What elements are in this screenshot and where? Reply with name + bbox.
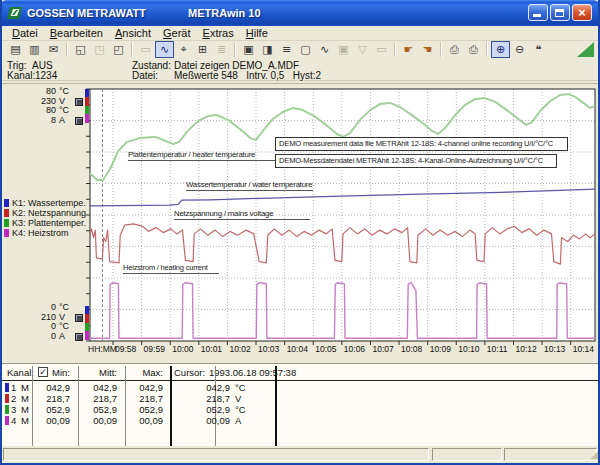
live-wave-button[interactable]: ∿ xyxy=(315,41,334,58)
channel-swatch xyxy=(5,383,9,392)
legend-label: K4: Heizstrom xyxy=(12,228,69,238)
x-tick-label: 09:58 xyxy=(115,344,136,354)
legend-swatch xyxy=(4,199,9,207)
stop-recording-button[interactable]: ☚ xyxy=(418,41,437,58)
channel-mode: M xyxy=(21,404,29,415)
device-monitor-button[interactable]: ▢ xyxy=(296,41,315,58)
window-layout-1-button[interactable]: ◱ xyxy=(71,41,90,58)
title-bar[interactable]: GOSSEN METRAWATT METRAwin 10 × xyxy=(0,0,600,26)
unit-label: A xyxy=(235,415,257,426)
chart-plot[interactable] xyxy=(2,84,598,361)
menu-extras[interactable]: Extras xyxy=(197,27,240,39)
start-recording-button[interactable]: ☛ xyxy=(399,41,418,58)
annotation-k2: Netzspannung / mains voltage xyxy=(174,209,310,220)
device-read-button[interactable]: ▣ xyxy=(239,41,258,58)
table-header-mitt[interactable]: Mitt: xyxy=(81,366,117,379)
device-list-button[interactable]: ≡ xyxy=(277,41,296,58)
datei-label: Datei: xyxy=(132,70,158,81)
status-segment-main xyxy=(3,448,429,461)
toolbar-separator xyxy=(66,42,68,57)
x-tick-label: 10:08 xyxy=(401,344,422,354)
window-title-app: METRAwin 10 xyxy=(188,7,261,19)
table-header-cursor-label: Cursor: xyxy=(174,366,205,379)
annotation-box-de: DEMO-Messdatendatei METRAhit 12-18S: 4-K… xyxy=(275,154,557,168)
unit-label: °C xyxy=(235,382,257,393)
record-save-button: ▭ xyxy=(372,41,391,58)
toolbar-separator xyxy=(440,42,442,57)
scale-indicator-icon[interactable] xyxy=(75,98,83,106)
chart-panel: 80°C230V80°C8A 0°C210V0°C0A K1: Wasserte… xyxy=(2,83,598,360)
table-row-channel-2: 2M218,7218,7218,7218,7V xyxy=(2,393,598,404)
scale-indicator-icon[interactable] xyxy=(75,314,83,322)
annotation-box-en: DEMO measurement data file METRAhit 12-1… xyxy=(275,137,568,151)
y-axis-value: 8 xyxy=(24,116,56,126)
record-stop-button: ▽ xyxy=(353,41,372,58)
print-button[interactable]: ⎙ xyxy=(445,41,464,58)
max-value: 042,9 xyxy=(128,382,163,393)
print-preview-button[interactable]: ⎙ xyxy=(464,41,483,58)
x-tick-label: 10:03 xyxy=(258,344,279,354)
maximize-button[interactable] xyxy=(550,4,570,21)
view-yt-chart-button[interactable]: ∿ xyxy=(155,41,174,58)
menu-gerät[interactable]: Gerät xyxy=(157,27,197,39)
channel-color-segment xyxy=(85,331,89,339)
menu-hilfe[interactable]: Hilfe xyxy=(240,27,274,39)
device-offline-button: ▣ xyxy=(334,41,353,58)
y-axis-unit: A xyxy=(59,116,75,126)
table-header-divider xyxy=(2,380,598,381)
zoom-in-button[interactable]: ⊕ xyxy=(491,41,510,58)
minimize-button[interactable] xyxy=(528,4,548,21)
y-axis-row: 0A xyxy=(24,332,86,342)
x-tick-label: 10:04 xyxy=(287,344,308,354)
file-export-button[interactable]: ✉ xyxy=(44,41,63,58)
file-new-button[interactable]: ▥ xyxy=(25,41,44,58)
comment-button[interactable]: ❝ xyxy=(529,41,548,58)
x-axis-labels: HH:MM 09:5809:5910:0010:0110:0210:0310:0… xyxy=(2,344,598,356)
channel-mode: M xyxy=(21,393,29,404)
menu-datei[interactable]: Datei xyxy=(6,27,44,39)
x-tick-label: 10:00 xyxy=(172,344,193,354)
app-window: GOSSEN METRAWATT METRAwin 10 × DateiBear… xyxy=(0,0,600,465)
zoom-mode-button[interactable]: ⊖ xyxy=(510,41,529,58)
channel-mode: M xyxy=(21,415,29,426)
device-read-memory-button[interactable]: ◨ xyxy=(258,41,277,58)
y-axis-value: 0 xyxy=(24,332,56,342)
x-tick-label: 10:06 xyxy=(344,344,365,354)
maximize-icon xyxy=(555,9,564,17)
channel-color-segment xyxy=(85,314,89,322)
cursor-value: 042,9 xyxy=(172,382,230,393)
channel-number: 3 xyxy=(11,404,16,415)
resize-grip-icon[interactable]: ◢ xyxy=(590,449,598,461)
channel-color-segment xyxy=(85,89,89,97)
x-tick-label: 10:09 xyxy=(430,344,451,354)
max-value: 218,7 xyxy=(128,393,163,404)
menu-ansicht[interactable]: Ansicht xyxy=(109,27,157,39)
scale-indicator-icon[interactable] xyxy=(75,117,83,125)
kanal-label: Kanal: xyxy=(7,70,35,81)
info-panel: Trig: AUS Kanal: 1234 Zustand: Datei zei… xyxy=(2,58,598,81)
legend-label: K3: Plattentemper. xyxy=(12,218,86,228)
view-numeric-button: ▭ xyxy=(136,41,155,58)
table-header-min[interactable]: Min: xyxy=(34,366,70,379)
view-table-button[interactable]: ⊞ xyxy=(193,41,212,58)
mitt-value: 042,9 xyxy=(81,382,117,393)
window-layout-3-button[interactable]: ◰ xyxy=(109,41,128,58)
mitt-value: 052,9 xyxy=(81,404,117,415)
view-xy-button[interactable]: ⌖ xyxy=(174,41,193,58)
unit-label: V xyxy=(235,393,257,404)
file-chart-button[interactable]: ▤ xyxy=(6,41,25,58)
scale-indicator-icon[interactable] xyxy=(75,333,83,341)
x-tick-label: 10:01 xyxy=(201,344,222,354)
channel-number: 1 xyxy=(11,382,16,393)
channel-color-segment xyxy=(85,106,89,114)
statistics-table: Kanal: ✓ Min: Mitt: Max: Cursor: 1993.06… xyxy=(2,363,598,446)
cursor-value: 218,7 xyxy=(172,393,230,404)
channel-number: 2 xyxy=(11,393,16,404)
toolbar-separator xyxy=(394,42,396,57)
toolbar-separator xyxy=(131,42,133,57)
cursor-value: 00,09 xyxy=(172,415,230,426)
menu-bearbeiten[interactable]: Bearbeiten xyxy=(44,27,109,39)
close-button[interactable]: × xyxy=(572,4,592,21)
annotation-k1: Wassertemperatur / water temperature xyxy=(186,180,313,191)
table-header-max[interactable]: Max: xyxy=(128,366,163,379)
